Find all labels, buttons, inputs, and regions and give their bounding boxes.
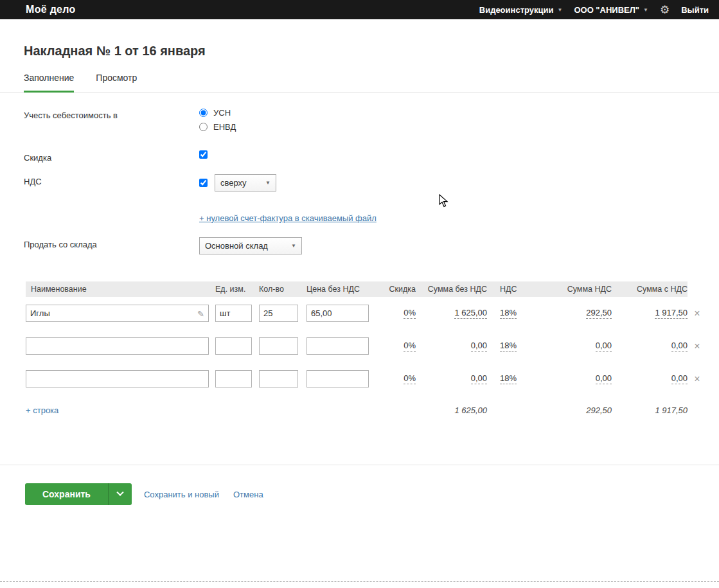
vat-label: НДС	[24, 174, 199, 192]
chevron-down-icon[interactable]	[109, 483, 132, 505]
discount-label: Скидка	[24, 150, 199, 163]
vat-sum-value[interactable]: 292,50	[586, 308, 612, 319]
video-instructions-menu[interactable]: Видеоинструкции ▼	[479, 5, 563, 15]
warehouse-select[interactable]: Основной склад ▼	[199, 237, 302, 254]
topbar-menu: Видеоинструкции ▼ ООО "АНИВЕЛ" ▼ ⚙ Выйти	[479, 4, 709, 15]
delete-row-button[interactable]: ×	[688, 308, 707, 319]
footer-actions: Сохранить Сохранить и новый Отмена	[25, 483, 719, 505]
discount-value[interactable]: 0%	[404, 373, 416, 384]
add-row-link[interactable]: + строка	[26, 405, 58, 415]
total-sum-no-vat: 1 625,00	[454, 405, 487, 415]
warehouse-label: Продать со склада	[24, 237, 199, 254]
cost-basis-label: Учесть себестоимость в	[24, 108, 199, 136]
sum-no-vat-value[interactable]: 0,00	[471, 373, 487, 384]
radio-envd-label: ЕНВД	[213, 122, 236, 132]
total-vat-sum: 292,50	[586, 405, 612, 415]
column-header-vat-sum: Сумма НДС	[543, 281, 612, 297]
page-title: Накладная № 1 от 16 января	[24, 44, 719, 58]
company-menu[interactable]: ООО "АНИВЕЛ" ▼	[574, 5, 648, 15]
radio-usn[interactable]	[199, 109, 208, 117]
item-name-input[interactable]	[26, 337, 209, 355]
save-and-new-link[interactable]: Сохранить и новый	[144, 490, 219, 499]
discount-value[interactable]: 0%	[404, 308, 416, 319]
table-row: ✎ 0% 1 625,00 18% 292,50 1 917,50 ×	[26, 297, 707, 330]
vat-mode-value: сверху	[220, 178, 247, 188]
radio-usn-label: УСН	[213, 108, 231, 118]
vat-rate-value[interactable]: 18%	[500, 373, 517, 384]
chevron-down-icon: ▼	[643, 7, 648, 13]
item-unit-input[interactable]	[215, 337, 252, 355]
edit-pencil-icon[interactable]: ✎	[197, 308, 204, 318]
table-row: 0% 0,00 18% 0,00 0,00 ×	[26, 362, 707, 395]
vat-rate-value[interactable]: 18%	[500, 341, 517, 352]
save-button-label: Сохранить	[25, 483, 108, 505]
vat-sum-value[interactable]: 0,00	[596, 341, 612, 352]
sum-no-vat-value[interactable]: 1 625,00	[454, 308, 487, 319]
vat-checkbox[interactable]	[199, 179, 208, 187]
item-name-input[interactable]	[26, 370, 209, 388]
logout-label: Выйти	[681, 5, 709, 15]
column-header-price: Цена без НДС	[306, 281, 387, 297]
item-price-input[interactable]	[306, 337, 369, 355]
items-table: Наименование Ед. изм. Кол-во Цена без НД…	[26, 281, 707, 425]
table-row: 0% 0,00 18% 0,00 0,00 ×	[26, 330, 707, 362]
footer-divider	[0, 465, 719, 465]
column-header-unit: Ед. изм.	[215, 281, 259, 297]
cost-basis-options: УСН ЕНВД	[199, 108, 236, 136]
discount-checkbox[interactable]	[199, 150, 208, 159]
sum-with-vat-value[interactable]: 0,00	[671, 373, 688, 384]
item-price-input[interactable]	[306, 370, 369, 388]
delete-row-button[interactable]: ×	[688, 373, 707, 385]
bottom-dashed-divider	[0, 581, 719, 582]
tab-fill[interactable]: Заполнение	[24, 73, 74, 93]
vat-mode-select[interactable]: сверху ▼	[215, 174, 276, 192]
column-header-qty: Кол-во	[259, 281, 306, 297]
column-header-vat: НДС	[487, 281, 543, 297]
radio-envd[interactable]	[199, 123, 208, 131]
discount-value[interactable]: 0%	[404, 341, 416, 352]
tabs-bar: Заполнение Просмотр	[0, 73, 719, 93]
item-qty-input[interactable]	[259, 305, 298, 322]
vat-rate-value[interactable]: 18%	[500, 308, 517, 319]
item-price-input[interactable]	[306, 305, 369, 322]
cancel-link[interactable]: Отмена	[233, 490, 263, 499]
totals-row: + строка 1 625,00 292,50 1 917,50	[26, 395, 707, 425]
sum-with-vat-value[interactable]: 0,00	[671, 341, 688, 352]
warehouse-value: Основной склад	[205, 241, 268, 251]
zero-invoice-link[interactable]: + нулевой счет-фактура в скачиваемый фай…	[199, 213, 377, 223]
column-header-sum-with-vat: Сумма с НДС	[612, 281, 688, 297]
item-name-input[interactable]	[26, 305, 209, 322]
tab-preview[interactable]: Просмотр	[96, 73, 137, 92]
chevron-down-icon: ▼	[265, 180, 271, 186]
gear-icon[interactable]: ⚙	[660, 4, 670, 15]
app-logo[interactable]: Моё дело	[26, 4, 76, 15]
delete-row-button[interactable]: ×	[688, 341, 707, 352]
video-instructions-label: Видеоинструкции	[479, 5, 554, 15]
chevron-down-icon: ▼	[557, 7, 562, 13]
invoice-form: Учесть себестоимость в УСН ЕНВД Скидка Н…	[0, 108, 719, 254]
column-header-name: Наименование	[26, 281, 215, 297]
column-header-sum-no-vat: Сумма без НДС	[416, 281, 487, 297]
item-qty-input[interactable]	[259, 337, 298, 355]
column-header-discount: Скидка	[387, 281, 416, 297]
chevron-down-icon: ▼	[291, 243, 296, 249]
save-button[interactable]: Сохранить	[25, 483, 132, 505]
vat-sum-value[interactable]: 0,00	[596, 373, 612, 384]
sum-with-vat-value[interactable]: 1 917,50	[655, 308, 688, 319]
item-qty-input[interactable]	[259, 370, 298, 388]
topbar: Моё дело Видеоинструкции ▼ ООО "АНИВЕЛ" …	[0, 0, 719, 19]
total-sum-with-vat: 1 917,50	[655, 405, 688, 415]
logout-link[interactable]: Выйти	[681, 5, 709, 15]
item-unit-input[interactable]	[215, 370, 252, 388]
company-label: ООО "АНИВЕЛ"	[574, 5, 639, 15]
sum-no-vat-value[interactable]: 0,00	[471, 341, 487, 352]
item-unit-input[interactable]	[215, 305, 252, 322]
table-header: Наименование Ед. изм. Кол-во Цена без НД…	[26, 281, 707, 297]
